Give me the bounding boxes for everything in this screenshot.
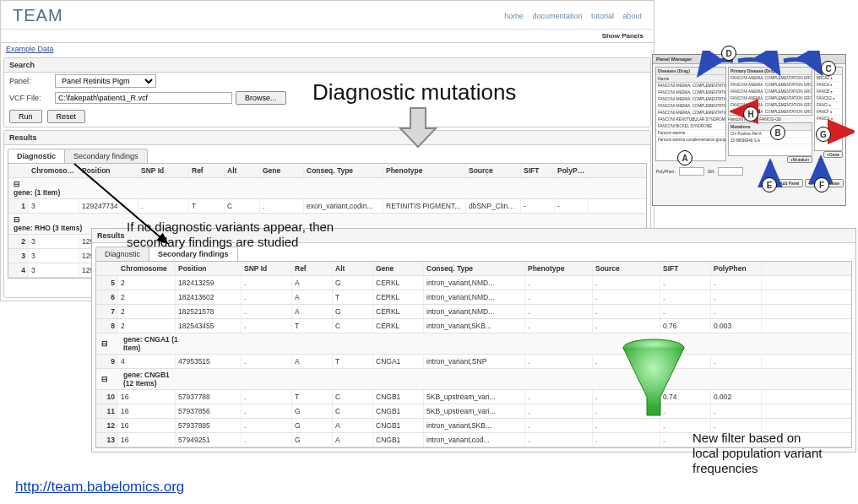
example-data-link[interactable]: Example Data: [1, 43, 654, 55]
titlebar: TEAM home documentation tutorial about: [1, 1, 654, 30]
secondary-grid: ChromosomePositionSNP IdRefAltGeneConseq…: [95, 261, 852, 448]
nav-tutorial[interactable]: tutorial: [591, 12, 614, 20]
table-row[interactable]: 111657937856.GCCNGB15KB_upstream_vari...…: [96, 404, 851, 419]
run-button[interactable]: Run: [9, 110, 42, 123]
table-row[interactable]: 101657937788.TCCNGB15KB_upstream_vari...…: [96, 390, 851, 404]
annotation-heading: Diagnostic mutations: [312, 79, 516, 106]
panel-select[interactable]: Panel Retinitis Pigm: [55, 74, 156, 88]
nav-about[interactable]: about: [622, 12, 642, 20]
callout-f: F: [814, 177, 829, 192]
callout-e: E: [762, 177, 777, 192]
app-title: TEAM: [13, 6, 63, 25]
table-row[interactable]: 9447953515.ATCNGA1intron_variant,SNP....: [96, 355, 851, 369]
table-row[interactable]: 52182413259.AGCERKLintron_variant,NMD...…: [96, 276, 851, 290]
tab-diagnostic[interactable]: Diagnostic: [8, 149, 65, 163]
panel-label: Panel:: [9, 77, 52, 85]
annotation-funnel: New filter based on local population var…: [692, 431, 822, 476]
vcf-label: VCF File:: [9, 94, 52, 102]
callout-d: D: [721, 46, 736, 61]
browse-button[interactable]: Browse...: [236, 91, 286, 105]
group-cnga1[interactable]: ⊟ gene: CNGA1 (1 Item): [96, 333, 851, 355]
table-row[interactable]: 82182543455.TCCERKLintron_variant,5KB...…: [96, 319, 851, 333]
show-panels-button[interactable]: Show Panels: [1, 30, 654, 43]
nav-links: home documentation tutorial about: [497, 12, 642, 20]
callout-b: B: [770, 125, 785, 140]
funnel-icon: [620, 338, 687, 422]
callout-a: A: [677, 150, 692, 165]
group-cngb1[interactable]: ⊟ gene: CNGB1 (12 Items): [96, 369, 851, 390]
callout-h: H: [743, 106, 758, 122]
results-header: Results: [4, 131, 650, 145]
nav-documentation[interactable]: documentation: [532, 12, 582, 20]
down-arrow-icon: [397, 105, 439, 150]
team-url-link[interactable]: http://team.babelomics.org: [15, 479, 184, 496]
callout-g: G: [816, 127, 831, 142]
search-header: Search: [4, 58, 650, 73]
vcf-input[interactable]: [55, 92, 232, 104]
grid-header-row: ChromosomePositionSNP IdRefAltGeneConseq…: [96, 262, 851, 276]
nav-home[interactable]: home: [504, 12, 524, 20]
table-row[interactable]: 72182521578.AGCERKLintron_variant,NMD...…: [96, 305, 851, 319]
secondary-results-window: Results Diagnostic Secondary findings Ch…: [91, 228, 856, 453]
table-row[interactable]: 62182413602.ATCERKLintron_variant,NMD...…: [96, 290, 851, 305]
annotation-secondary: If no diagnostic variants appear, then s…: [127, 219, 334, 250]
callout-c: C: [821, 61, 836, 76]
reset-button[interactable]: Reset: [47, 110, 86, 123]
